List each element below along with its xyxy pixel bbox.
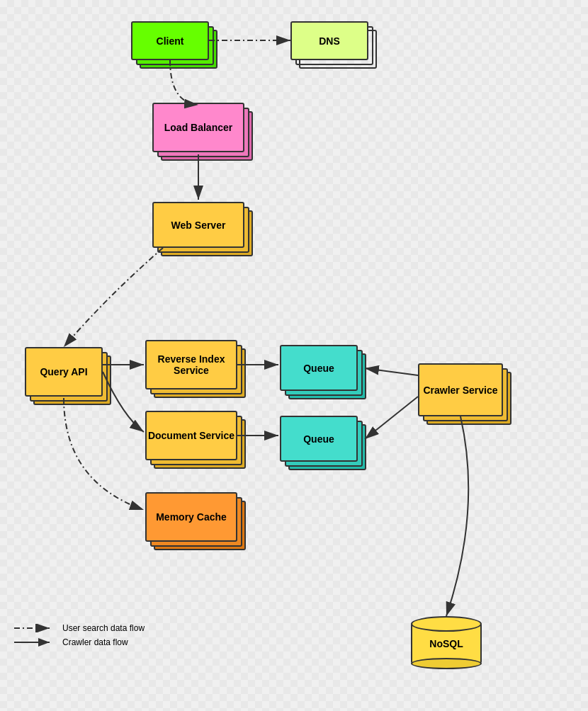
document-service-box: Document Service	[145, 411, 237, 460]
legend-user-search-label: User search data flow	[62, 623, 145, 633]
crawler-to-q2-arrow	[365, 397, 418, 439]
queue2-label: Queue	[303, 433, 334, 445]
crawler-service-label: Crawler Service	[423, 385, 497, 396]
memory-cache-label: Memory Cache	[156, 511, 227, 523]
dns-label: DNS	[319, 35, 340, 47]
legend-crawler: Crawler data flow	[14, 637, 145, 647]
legend: User search data flow Crawler data flow	[14, 623, 145, 652]
load-balancer-label: Load Balancer	[164, 122, 232, 133]
document-service-label: Document Service	[148, 430, 234, 441]
dns-box: DNS	[290, 21, 368, 60]
client-label: Client	[157, 35, 184, 47]
nosql-top	[411, 616, 482, 632]
reverse-index-service-label: Reverse Index Service	[147, 353, 236, 376]
diagram-container: Client DNS Load Balancer Web Server Quer…	[0, 0, 588, 711]
web-server-label: Web Server	[171, 220, 226, 231]
queue2-box: Queue	[280, 416, 358, 462]
memory-cache-box: Memory Cache	[145, 492, 237, 542]
web-server-box: Web Server	[152, 202, 244, 248]
query-api-box: Query API	[25, 347, 103, 397]
queue1-box: Queue	[280, 345, 358, 391]
crawler-to-nosql-arrow	[446, 416, 468, 616]
legend-user-search: User search data flow	[14, 623, 145, 633]
nosql-container: NoSQL	[411, 616, 482, 669]
legend-crawler-label: Crawler data flow	[62, 637, 128, 647]
qapi-to-ds-arrow	[103, 372, 144, 432]
client-to-lb-arrow	[170, 60, 198, 105]
client-box: Client	[131, 21, 209, 60]
ws-to-qapi-arrow	[64, 248, 163, 347]
crawler-service-box: Crawler Service	[418, 363, 503, 416]
reverse-index-service-box: Reverse Index Service	[145, 340, 237, 389]
queue1-label: Queue	[303, 363, 334, 374]
nosql-bottom	[411, 658, 482, 669]
crawler-to-q1-arrow	[365, 368, 418, 375]
nosql-label: NoSQL	[429, 638, 463, 649]
query-api-label: Query API	[40, 366, 87, 377]
load-balancer-box: Load Balancer	[152, 103, 244, 152]
qapi-to-mc-arrow	[64, 398, 144, 510]
